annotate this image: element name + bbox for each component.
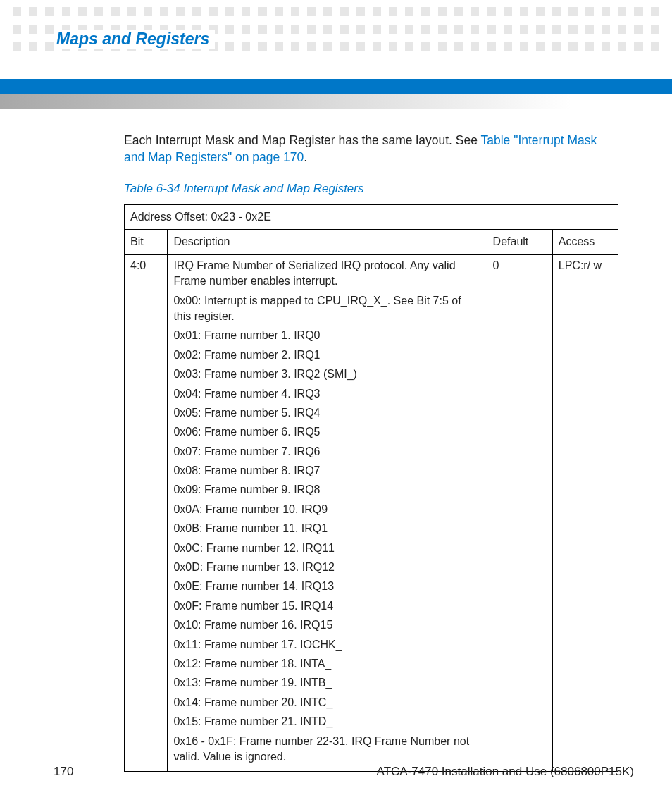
access-cell: LPC:r/ w bbox=[552, 254, 618, 772]
description-line: 0x09: Frame number 9. IRQ8 bbox=[173, 482, 480, 498]
description-line: 0x10: Frame number 16. IRQ15 bbox=[173, 617, 480, 633]
default-cell: 0 bbox=[487, 254, 552, 772]
description-cell: IRQ Frame Number of Serialized IRQ proto… bbox=[168, 254, 487, 772]
table-row: 4:0 IRQ Frame Number of Serialized IRQ p… bbox=[125, 254, 618, 772]
col-header-description: Description bbox=[168, 230, 487, 254]
description-line: 0x0A: Frame number 10. IRQ9 bbox=[173, 502, 480, 517]
description-line: 0x0E: Frame number 14. IRQ13 bbox=[173, 579, 480, 594]
header-blue-bar bbox=[0, 79, 672, 94]
document-page: Maps and Registers Each Interrupt Mask a… bbox=[0, 0, 672, 807]
description-line: 0x15: Frame number 21. INTD_ bbox=[173, 714, 480, 729]
description-line: 0x0B: Frame number 11. IRQ1 bbox=[173, 521, 480, 536]
description-line: 0x0D: Frame number 13. IRQ12 bbox=[173, 560, 480, 575]
col-header-default: Default bbox=[487, 230, 552, 254]
intro-text-prefix: Each Interrupt Mask and Map Register has… bbox=[124, 133, 480, 147]
description-line: IRQ Frame Number of Serialized IRQ proto… bbox=[173, 258, 480, 290]
description-line: 0x01: Frame number 1. IRQ0 bbox=[173, 328, 480, 343]
description-line: 0x16 - 0x1F: Frame number 22-31. IRQ Fra… bbox=[173, 734, 480, 765]
page-number: 170 bbox=[54, 765, 73, 779]
description-line: 0x13: Frame number 19. INTB_ bbox=[173, 675, 480, 691]
table-header-row: Bit Description Default Access bbox=[125, 230, 618, 254]
section-title: Maps and Registers bbox=[56, 30, 215, 49]
table-caption: Table 6-34 Interrupt Mask and Map Regist… bbox=[124, 182, 364, 196]
header-gradient-bar bbox=[0, 94, 672, 109]
description-line: 0x0C: Frame number 12. IRQ11 bbox=[173, 541, 480, 556]
description-line: 0x03: Frame number 3. IRQ2 (SMI_) bbox=[173, 366, 480, 382]
description-line: 0x06: Frame number 6. IRQ5 bbox=[173, 424, 480, 440]
description-line: 0x11: Frame number 17. IOCHK_ bbox=[173, 637, 480, 653]
description-line: 0x0F: Frame number 15. IRQ14 bbox=[173, 598, 480, 614]
col-header-bit: Bit bbox=[125, 230, 168, 254]
register-table: Address Offset: 0x23 - 0x2E Bit Descript… bbox=[124, 204, 618, 772]
table-address-row: Address Offset: 0x23 - 0x2E bbox=[125, 205, 618, 230]
description-line: 0x07: Frame number 7. IRQ6 bbox=[173, 444, 480, 460]
address-offset-cell: Address Offset: 0x23 - 0x2E bbox=[125, 205, 618, 230]
description-line: 0x12: Frame number 18. INTA_ bbox=[173, 656, 480, 672]
description-line: 0x04: Frame number 4. IRQ3 bbox=[173, 386, 480, 402]
bit-cell: 4:0 bbox=[125, 254, 168, 772]
doc-title: ATCA-7470 Installation and Use (6806800P… bbox=[377, 765, 634, 779]
description-line: 0x05: Frame number 5. IRQ4 bbox=[173, 405, 480, 421]
intro-text-suffix: . bbox=[304, 150, 307, 164]
footer-rule bbox=[54, 756, 634, 757]
description-line: 0x14: Frame number 20. INTC_ bbox=[173, 695, 480, 710]
col-header-access: Access bbox=[552, 230, 618, 254]
page-footer: 170 ATCA-7470 Installation and Use (6806… bbox=[54, 765, 634, 779]
description-line: 0x00: Interrupt is mapped to CPU_IRQ_X_.… bbox=[173, 293, 480, 325]
intro-paragraph: Each Interrupt Mask and Map Register has… bbox=[124, 133, 617, 166]
description-line: 0x08: Frame number 8. IRQ7 bbox=[173, 463, 480, 479]
description-line: 0x02: Frame number 2. IRQ1 bbox=[173, 347, 480, 363]
